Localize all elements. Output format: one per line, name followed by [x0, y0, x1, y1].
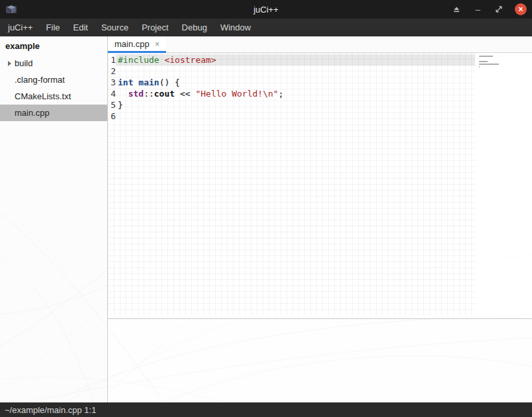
tab-label: main.cpp: [114, 39, 150, 49]
restore-button[interactable]: [494, 4, 504, 15]
code-line: 5}: [108, 99, 475, 111]
code-line: 4 std::cout << "Hello World!\n";: [108, 88, 475, 99]
tree-item-build[interactable]: build: [0, 55, 107, 71]
menu-edit[interactable]: Edit: [67, 19, 95, 36]
file-tree-panel: example build.clang-formatCMakeLists.txt…: [0, 36, 108, 402]
line-number: 6: [108, 111, 116, 122]
code-text: }: [116, 99, 475, 111]
code-area[interactable]: 1#include <iostream>23int main() {4 std:…: [108, 53, 475, 315]
close-button[interactable]: ×: [515, 3, 527, 15]
tree-item-label: CMakeLists.txt: [15, 91, 71, 101]
menu-file[interactable]: File: [40, 19, 67, 36]
tree-item-main-cpp[interactable]: main.cpp: [0, 105, 107, 121]
app-logo-icon: [5, 3, 17, 15]
tab-close-icon[interactable]: ×: [155, 40, 160, 48]
tab-bar: main.cpp ×: [108, 36, 532, 53]
code-line: 3int main() {: [108, 77, 475, 88]
code-editor[interactable]: 1#include <iostream>23int main() {4 std:…: [108, 53, 532, 318]
line-number: 4: [108, 88, 116, 99]
code-text: #include <iostream>: [116, 54, 475, 66]
tree-item-label: build: [15, 58, 32, 68]
code-text: int main() {: [116, 77, 475, 88]
line-number: 1: [108, 54, 116, 66]
code-text: [116, 66, 475, 77]
titlebar[interactable]: juCi++ – ×: [0, 0, 532, 19]
tree-items: build.clang-formatCMakeLists.txtmain.cpp: [0, 55, 107, 121]
menu-debug[interactable]: Debug: [175, 19, 214, 36]
minimap-line: [479, 64, 499, 65]
app-window: juCi++ – × juCi++FileEditSourceProjectDe…: [0, 0, 532, 417]
menu-source[interactable]: Source: [95, 19, 135, 36]
minimap-line: [479, 66, 480, 68]
code-line: 6: [108, 111, 475, 122]
code-line: 2: [108, 66, 475, 77]
line-number: 5: [108, 99, 116, 111]
menu-juci[interactable]: juCi++: [1, 19, 40, 36]
status-file-position: ~/example/main.cpp 1:1: [5, 405, 96, 415]
triangle-right-icon: [8, 61, 11, 66]
output-panel[interactable]: [108, 318, 532, 402]
eject-icon[interactable]: [451, 4, 462, 15]
code-text: std::cout << "Hello World!\n";: [116, 88, 475, 99]
code-text: [116, 111, 475, 122]
minimize-button[interactable]: –: [472, 4, 483, 15]
status-bar: ~/example/main.cpp 1:1: [0, 402, 532, 417]
main-column: main.cpp × 1#include <iostream>23int mai…: [108, 36, 532, 402]
line-number: 2: [108, 66, 116, 77]
tree-item-label: .clang-format: [15, 75, 65, 85]
tab-main-cpp[interactable]: main.cpp ×: [108, 36, 166, 53]
tree-item-clang-format[interactable]: .clang-format: [0, 71, 107, 88]
minimap[interactable]: [479, 56, 502, 71]
tree-root-folder[interactable]: example: [0, 36, 107, 55]
minimap-line: [479, 61, 488, 62]
code-line: 1#include <iostream>: [108, 54, 475, 66]
menu-project[interactable]: Project: [135, 19, 175, 36]
minimap-line: [479, 56, 493, 57]
expander-icon[interactable]: [4, 61, 15, 66]
window-body: example build.clang-formatCMakeLists.txt…: [0, 36, 532, 402]
tree-item-label: main.cpp: [15, 108, 50, 118]
menu-window[interactable]: Window: [214, 19, 257, 36]
tree-item-cmakelists-txt[interactable]: CMakeLists.txt: [0, 88, 107, 105]
menubar: juCi++FileEditSourceProjectDebugWindow: [0, 19, 532, 36]
line-number: 3: [108, 77, 116, 88]
window-controls: – ×: [451, 3, 527, 15]
